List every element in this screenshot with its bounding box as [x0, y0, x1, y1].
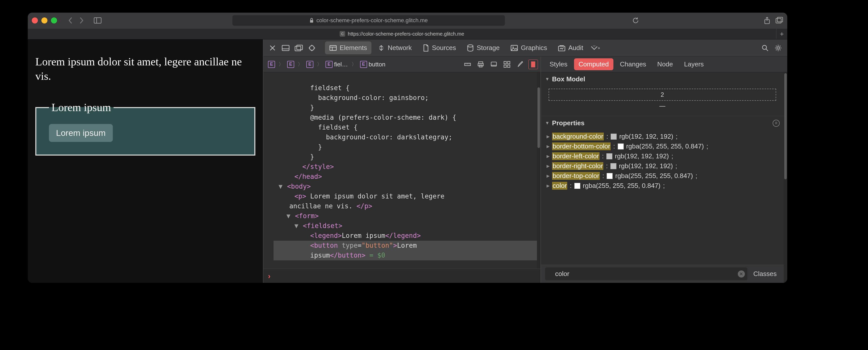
- tab-layers[interactable]: Layers: [680, 58, 708, 70]
- highlight-icon[interactable]: [528, 60, 538, 69]
- properties-section: ▼ Properties ≡ ▶background-color: rgb(19…: [541, 116, 784, 265]
- property-value: rgb(192, 192, 192): [619, 133, 673, 140]
- dom-source[interactable]: fieldset { background-color: gainsboro; …: [264, 72, 537, 269]
- tab-node[interactable]: Node: [653, 58, 678, 70]
- share-icon[interactable]: [764, 17, 771, 24]
- more-tabs-icon[interactable]: »: [590, 42, 601, 54]
- styles-scrollbar[interactable]: [784, 72, 787, 283]
- tab-sources[interactable]: Sources: [418, 41, 461, 54]
- maximize-window-button[interactable]: [51, 18, 57, 24]
- graphics-icon: [511, 45, 518, 51]
- svg-rect-8: [295, 46, 301, 51]
- console-prompt[interactable]: ›: [264, 269, 540, 283]
- page-paragraph: Lorem ipsum dolor sit amet, legere ancil…: [35, 55, 255, 83]
- nav-buttons: [65, 16, 87, 25]
- svg-point-10: [310, 46, 314, 50]
- svg-point-22: [763, 45, 767, 49]
- property-name: border-top-color: [552, 172, 600, 180]
- property-value: rgb(192, 192, 192): [619, 162, 673, 170]
- sidebar-toggle-icon[interactable]: [92, 16, 103, 25]
- tab-styles[interactable]: Styles: [545, 58, 572, 70]
- inspect-target-icon[interactable]: [306, 42, 317, 54]
- traffic-lights: [32, 18, 57, 24]
- color-swatch[interactable]: [611, 134, 617, 140]
- minimize-window-button[interactable]: [41, 18, 48, 24]
- breadcrumb-item[interactable]: E: [266, 60, 277, 69]
- classes-button[interactable]: Classes: [750, 268, 780, 279]
- property-row[interactable]: ▶background-color: rgb(192, 192, 192);: [545, 132, 780, 141]
- svg-rect-38: [531, 61, 535, 67]
- new-tab-button[interactable]: +: [776, 29, 787, 39]
- property-value: rgba(255, 255, 255, 0.847): [626, 142, 704, 150]
- box-model-header[interactable]: ▼ Box Model: [541, 72, 784, 86]
- tab-network[interactable]: Network: [373, 41, 416, 54]
- breadcrumb-item[interactable]: E: [304, 60, 315, 69]
- close-window-button[interactable]: [32, 18, 38, 24]
- property-row[interactable]: ▶border-top-color: rgba(255, 255, 255, 0…: [545, 171, 780, 181]
- box-model-top: 2: [549, 89, 776, 101]
- property-row[interactable]: ▶color: rgba(255, 255, 255, 0.847);: [545, 181, 780, 191]
- svg-rect-35: [507, 61, 510, 64]
- device-icon[interactable]: [489, 60, 499, 69]
- clear-filter-icon[interactable]: ✕: [738, 270, 745, 278]
- tab-changes[interactable]: Changes: [615, 58, 651, 70]
- property-row[interactable]: ▶border-left-color: rgb(192, 192, 192);: [545, 151, 780, 161]
- breadcrumb-item[interactable]: Efiel…: [323, 60, 350, 69]
- filter-input[interactable]: [545, 267, 747, 280]
- tab-computed[interactable]: Computed: [574, 58, 613, 70]
- property-value: rgb(192, 192, 192): [615, 152, 669, 160]
- dock-side-icon[interactable]: [293, 42, 304, 54]
- sources-icon: [423, 45, 429, 52]
- page-button[interactable]: Lorem ipsum: [49, 124, 113, 142]
- chevron-down-icon: ▼: [545, 120, 550, 126]
- color-swatch[interactable]: [574, 183, 580, 189]
- reload-button[interactable]: [632, 17, 639, 24]
- property-row[interactable]: ▶border-right-color: rgb(192, 192, 192);: [545, 161, 780, 171]
- breadcrumb-item[interactable]: E: [285, 60, 296, 69]
- properties-list: ▶background-color: rgb(192, 192, 192);▶b…: [541, 130, 784, 265]
- property-name: border-left-color: [552, 152, 599, 160]
- tab-storage[interactable]: Storage: [463, 41, 504, 54]
- source-scrollbar[interactable]: [537, 72, 540, 269]
- favicon: C: [340, 31, 345, 37]
- settings-gear-icon[interactable]: [773, 42, 784, 54]
- devtools: Elements Network Sources Storage Graphic…: [263, 39, 787, 283]
- chevron-right-icon: ▶: [547, 144, 550, 149]
- svg-line-23: [766, 49, 768, 51]
- tab-audit[interactable]: Audit: [554, 41, 588, 54]
- color-swatch[interactable]: [606, 153, 612, 159]
- dock-bottom-icon[interactable]: [280, 42, 291, 54]
- color-swatch[interactable]: [607, 173, 613, 179]
- titlebar: color-scheme-prefers-color-scheme.glitch…: [28, 12, 787, 28]
- properties-header[interactable]: ▼ Properties ≡: [541, 116, 784, 130]
- back-button[interactable]: [65, 16, 76, 25]
- chevron-right-icon: ▶: [547, 183, 550, 188]
- chevron-right-icon: ▶: [547, 174, 550, 178]
- tabs-overview-icon[interactable]: [776, 17, 783, 24]
- page-form: Lorem ipsum Lorem ipsum: [35, 101, 255, 155]
- svg-rect-4: [776, 19, 781, 23]
- tab-elements[interactable]: Elements: [325, 41, 371, 54]
- svg-point-24: [777, 47, 779, 49]
- browser-tab[interactable]: C https://color-scheme-prefers-color-sch…: [28, 29, 776, 39]
- grid-icon[interactable]: [502, 60, 512, 69]
- ruler-icon[interactable]: [463, 60, 472, 69]
- forward-button[interactable]: [76, 16, 87, 25]
- box-model-section: ▼ Box Model 2 —: [541, 72, 784, 116]
- property-value: rgba(255, 255, 255, 0.847): [615, 172, 693, 180]
- svg-rect-9: [297, 45, 303, 50]
- color-swatch[interactable]: [618, 143, 624, 149]
- close-devtools-icon[interactable]: [267, 42, 278, 54]
- address-bar[interactable]: color-scheme-prefers-color-scheme.glitch…: [232, 15, 505, 26]
- svg-rect-36: [504, 65, 506, 67]
- url-text: color-scheme-prefers-color-scheme.glitch…: [316, 17, 428, 24]
- tab-graphics[interactable]: Graphics: [506, 41, 552, 54]
- brush-icon[interactable]: [515, 60, 525, 69]
- breadcrumb-item[interactable]: Ebutton: [358, 60, 388, 69]
- style-tabs: Styles Computed Changes Node Layers: [541, 57, 787, 72]
- print-icon[interactable]: [476, 60, 486, 69]
- search-icon[interactable]: [760, 42, 771, 54]
- color-swatch[interactable]: [610, 163, 616, 169]
- property-row[interactable]: ▶border-bottom-color: rgba(255, 255, 255…: [545, 141, 780, 151]
- filter-options-icon[interactable]: ≡: [773, 120, 780, 127]
